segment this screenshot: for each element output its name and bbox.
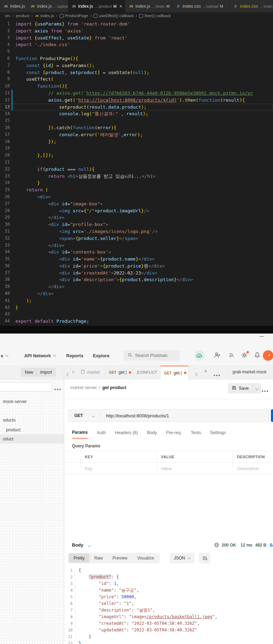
code-line[interactable]: 21 — [0, 159, 273, 166]
capture-requests-icon[interactable] — [228, 352, 236, 359]
code-line[interactable]: 3import {useEffect, useState} from 'reac… — [0, 35, 273, 42]
json-line[interactable]: 8"imageUrl": "images/products/basketball… — [64, 614, 273, 620]
request-url[interactable]: http://localhost:8008/products/1 — [101, 413, 169, 418]
code-line[interactable]: 11// axios.get(`https://7d7b6283-b746-44… — [0, 90, 273, 97]
global-search[interactable]: Search Postman — [124, 350, 179, 361]
save-button[interactable]: Save — [228, 383, 261, 394]
code-line[interactable]: 39</div> — [0, 283, 273, 290]
response-time[interactable]: 12 ms — [241, 543, 252, 548]
environment-selector[interactable]: grab-market-mock — [233, 369, 266, 374]
wrap-text-icon[interactable] — [199, 553, 210, 563]
network-globe-icon[interactable] — [214, 542, 219, 549]
sidebar-options-icon[interactable] — [54, 385, 56, 391]
language-selector[interactable]: JSON — [170, 553, 194, 563]
header-nav-reports[interactable]: Reports — [66, 353, 83, 358]
request-tab-2[interactable]: GETget | — [105, 366, 133, 379]
header-nav-s[interactable]: s — [1, 353, 8, 358]
code-line[interactable]: 26<div> — [0, 193, 273, 200]
code-line[interactable]: 35<div id='name'>{product.name}</div> — [0, 256, 273, 263]
json-line[interactable]: 1{ — [64, 567, 273, 574]
config-tab-settings[interactable]: Settings — [210, 427, 226, 439]
code-line[interactable]: 1import {useParams} from 'react-router-d… — [0, 21, 273, 28]
breadcrumb-item[interactable]: src — [5, 14, 10, 18]
method-selector[interactable]: GET — [69, 413, 100, 418]
body-dropdown-chevron[interactable] — [86, 542, 90, 548]
sidebar-search-input[interactable] — [0, 382, 52, 391]
code-line[interactable]: 20},[]); — [0, 152, 273, 159]
code-line[interactable]: 25return ( — [0, 186, 273, 193]
code-line[interactable]: 18}); — [0, 138, 273, 145]
code-line[interactable]: 42} — [0, 304, 273, 311]
code-line[interactable]: 27<div id="image-box"> — [0, 200, 273, 207]
code-line[interactable]: 9useEffect( — [0, 76, 273, 83]
sidebar-item-mockserver[interactable]: mock-server — [0, 397, 64, 406]
code-line[interactable]: 43 — [0, 311, 273, 318]
breadcrumb-item[interactable]: product — [16, 14, 29, 18]
code-line[interactable]: 31<img src='./images/icons/logo.png'/> — [0, 228, 273, 235]
table-cell-placeholder[interactable]: Description — [233, 463, 273, 474]
request-name[interactable]: get product — [102, 385, 126, 390]
json-line[interactable]: 12} — [64, 640, 273, 644]
vscode-code-area[interactable]: 1import {useParams} from 'react-router-d… — [0, 19, 273, 325]
request-tab-1[interactable]: market — [78, 366, 105, 379]
invite-user-icon[interactable] — [214, 352, 221, 359]
code-line[interactable]: 15 — [0, 117, 273, 124]
header-nav-api-network[interactable]: API Network — [24, 353, 56, 358]
code-line[interactable]: 13setproduct(result.data.product); — [0, 104, 273, 111]
code-line[interactable]: 44export default ProductPage; — [0, 318, 273, 325]
save-response-link[interactable]: Sa — [270, 543, 273, 548]
postman-logo[interactable] — [263, 350, 273, 361]
config-tab-headers6[interactable]: Headers (6) — [115, 427, 138, 439]
breadcrumb-item[interactable]: useEffect() callback — [94, 14, 134, 18]
breadcrumb-item[interactable]: JSindex.js — [35, 14, 54, 18]
code-line[interactable]: 37<div id='createdAt'>2022-02-23</div> — [0, 270, 273, 277]
code-line[interactable]: 14console.log("통신결과:" , result); — [0, 110, 273, 117]
code-line[interactable]: 34<div id='contents-box'> — [0, 249, 273, 256]
json-line[interactable]: 4"name": "농구공", — [64, 587, 273, 594]
code-line[interactable]: 4import './index.css' — [0, 41, 273, 48]
code-line[interactable]: 36<div id='price'>{product.price}원</div> — [0, 263, 273, 270]
code-line[interactable]: 8const [product, setproduct] = useState(… — [0, 69, 273, 76]
tab-options-icon[interactable] — [214, 371, 215, 378]
table-cell-placeholder[interactable]: Key — [81, 463, 157, 474]
editor-tab-1[interactable]: JSindex.jssrc — [0, 0, 27, 12]
request-options-icon[interactable] — [262, 387, 263, 393]
notifications-bell-icon[interactable] — [254, 352, 261, 359]
code-line[interactable]: 6function ProductPage(){ — [0, 55, 273, 62]
json-line[interactable]: 7"description": "설명1", — [64, 607, 273, 614]
code-line[interactable]: 7const {id} = useParams(); — [0, 62, 273, 69]
json-line[interactable]: 2"product": { — [64, 574, 273, 580]
json-line[interactable]: 3"id": 1, — [64, 580, 273, 587]
collection-name[interactable]: market server — [70, 385, 97, 390]
new-button[interactable]: New — [21, 368, 37, 376]
code-line[interactable]: 40</div> — [0, 290, 273, 297]
json-line[interactable]: 5"price": 50000, — [64, 594, 273, 600]
sidebar-item-oducts[interactable]: oducts — [0, 416, 64, 425]
code-line[interactable]: 28<img src={"/"+product.imageUrl}/> — [0, 207, 273, 214]
config-tab-prereq[interactable]: Pre-req. — [166, 427, 182, 439]
editor-tab-5[interactable]: #index.css…\uploadM — [172, 0, 230, 12]
json-line[interactable]: 9"createdAt": "2022-03-05T04:58:40.326Z"… — [64, 620, 273, 627]
code-line[interactable]: 23return <h1>상품정보를 받고 있습니다...</h1> — [0, 173, 273, 180]
editor-tab-2[interactable]: JSindex.js…\upload — [27, 0, 68, 12]
code-line[interactable]: 22if(product === null){ — [0, 166, 273, 173]
minimize-button[interactable]: — — [259, 334, 264, 339]
code-line[interactable]: 12axios.get('http://localhost:8008/produ… — [0, 97, 273, 104]
config-tab-body[interactable]: Body — [147, 427, 157, 439]
config-tab-auth[interactable]: Auth — [97, 427, 106, 439]
header-nav-explore[interactable]: Explore — [93, 353, 110, 358]
clipped-tab[interactable]: c — [72, 369, 77, 374]
json-line[interactable]: 10"updatedAt": "2022-03-05T04:58:40.326Z… — [64, 627, 273, 634]
code-line[interactable]: 19 — [0, 145, 273, 152]
close-icon[interactable]: × — [119, 4, 122, 9]
code-line[interactable]: 33</div> — [0, 242, 273, 249]
format-tab-preview[interactable]: Preview — [108, 554, 132, 563]
json-line[interactable]: 11} — [64, 634, 273, 640]
code-line[interactable]: 16}).catch(function(error){ — [0, 124, 273, 131]
table-row[interactable]: KeyValueDescription — [64, 463, 273, 475]
settings-gear-icon[interactable] — [241, 352, 249, 359]
editor-tab-6[interactable]: #index.css…\main1, M — [230, 0, 273, 12]
code-line[interactable]: 38<div id='description'>{product.descrip… — [0, 276, 273, 283]
format-tab-pretty[interactable]: Pretty — [69, 554, 89, 563]
code-line[interactable]: 17console.error('에러발생',error); — [0, 131, 273, 138]
